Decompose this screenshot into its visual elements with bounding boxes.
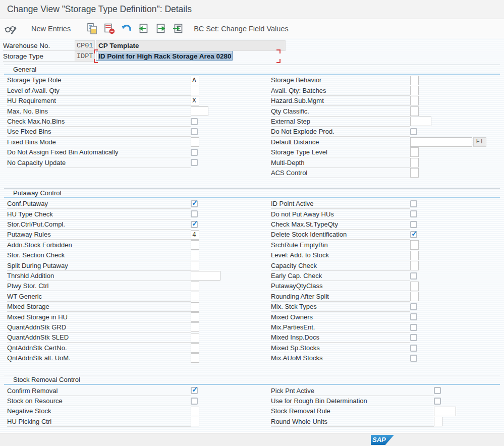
form-row: Avail. Qty: Batches — [252, 85, 500, 95]
value-field[interactable] — [191, 86, 199, 95]
form-row: Multi-Depth — [252, 157, 500, 168]
checkbox-unchecked[interactable] — [191, 159, 198, 166]
value-field[interactable] — [191, 292, 199, 301]
field-label: No Capacity Update — [7, 159, 66, 166]
checkbox-unchecked[interactable] — [434, 398, 441, 405]
checkbox-unchecked[interactable] — [410, 313, 417, 320]
field-label: Level: Add. to Stock — [271, 251, 329, 259]
form-row: Mixed Storage in HU — [4, 312, 252, 322]
value-field[interactable] — [191, 353, 199, 363]
section-title: General — [4, 65, 500, 74]
field-label: Hazard.Sub.Mgmt — [271, 97, 324, 104]
value-field[interactable] — [191, 251, 199, 260]
field-label: Mixed Sp.Stocks — [271, 344, 320, 352]
checkbox-unchecked[interactable] — [410, 345, 417, 352]
value-field[interactable]: 4 — [191, 230, 199, 240]
value-field[interactable] — [191, 302, 199, 312]
previous-entry-icon[interactable] — [137, 22, 150, 35]
value-field[interactable]: A — [191, 76, 199, 85]
form-row: Mixed Insp.Docs — [252, 332, 500, 343]
checkbox-unchecked[interactable] — [191, 149, 198, 156]
focus-corner — [276, 59, 281, 63]
field-label: Max. No. Bins — [7, 107, 48, 115]
form-row: Split During Putaway — [4, 260, 252, 270]
field-label: QntAddnStk alt. UoM. — [7, 354, 71, 362]
checkbox-checked[interactable] — [410, 231, 417, 238]
value-field[interactable] — [410, 261, 419, 270]
focus-corner — [94, 49, 98, 53]
group-box-general: GeneralStorage Type RoleALevel of Avail.… — [4, 65, 500, 178]
checkbox-unchecked[interactable] — [191, 128, 198, 135]
form-row: PutawayQtyClass — [252, 281, 500, 291]
field-label: HU Type Check — [7, 210, 53, 218]
warehouse-description-field: CP Template — [96, 40, 286, 51]
value-field[interactable] — [410, 147, 419, 157]
checkbox-unchecked[interactable] — [410, 303, 417, 310]
new-entries-button[interactable]: New Entries — [31, 25, 71, 33]
value-field[interactable] — [191, 106, 208, 116]
value-field[interactable] — [410, 251, 419, 260]
field-label: Check Max.No.Bins — [7, 118, 65, 125]
copy-icon[interactable] — [86, 22, 99, 35]
value-field[interactable] — [410, 76, 419, 85]
value-field[interactable] — [410, 106, 419, 116]
display-change-icon[interactable] — [4, 22, 17, 35]
selected-text: ID Point for High Rack Storage Area 0280 — [98, 52, 232, 60]
value-field[interactable] — [410, 282, 419, 291]
checkbox-unchecked[interactable] — [410, 128, 417, 135]
form-row: Stock Removal Rule — [252, 406, 500, 416]
checkbox-checked[interactable] — [191, 387, 198, 394]
value-field[interactable] — [410, 168, 419, 178]
checkbox-unchecked[interactable] — [191, 118, 198, 125]
value-field[interactable] — [191, 261, 199, 270]
checkbox-unchecked[interactable] — [410, 221, 417, 228]
checkbox-unchecked[interactable] — [410, 324, 417, 331]
value-field[interactable] — [410, 240, 419, 250]
checkbox-unchecked[interactable] — [191, 210, 198, 217]
form-row: Mix.AUoM Stocks — [252, 353, 500, 363]
value-field[interactable]: X — [191, 96, 199, 105]
value-field[interactable] — [410, 86, 419, 95]
checkbox-unchecked[interactable] — [410, 210, 417, 217]
checkbox-unchecked[interactable] — [410, 200, 417, 207]
storage-type-description-input[interactable]: ID Point for High Rack Storage Area 0280 — [96, 51, 233, 61]
checkbox-checked[interactable] — [191, 221, 198, 228]
value-field[interactable] — [410, 292, 419, 301]
checkbox-unchecked[interactable] — [410, 334, 417, 341]
value-field[interactable] — [191, 322, 199, 332]
form-row: Default DistanceFT — [252, 137, 500, 147]
value-field[interactable] — [191, 343, 199, 353]
warehouse-label: Warehouse No. — [3, 42, 50, 49]
value-field[interactable] — [410, 158, 419, 168]
storage-type-label: Storage Type — [3, 52, 43, 60]
field-label: Stor.Ctrl/Put.Compl. — [7, 220, 65, 228]
select-entries-icon[interactable] — [172, 22, 185, 35]
value-field[interactable] — [434, 417, 442, 426]
value-field[interactable] — [191, 137, 199, 147]
value-field[interactable] — [191, 333, 199, 343]
value-field[interactable] — [191, 312, 199, 322]
value-field[interactable] — [191, 417, 199, 426]
value-field[interactable] — [410, 117, 431, 126]
form-row: HU Type Check — [4, 209, 252, 219]
value-field[interactable] — [191, 271, 220, 281]
checkbox-unchecked[interactable] — [410, 272, 417, 280]
value-field[interactable] — [434, 407, 456, 416]
value-field[interactable] — [410, 96, 419, 105]
next-entry-icon[interactable] — [154, 22, 167, 35]
value-field[interactable] — [410, 137, 472, 147]
undo-icon[interactable] — [120, 22, 133, 35]
section-title: Stock Removal Control — [4, 375, 500, 384]
form-row: Use for Rough Bin Determination — [252, 396, 500, 406]
value-field[interactable] — [191, 240, 199, 250]
value-field[interactable] — [191, 282, 199, 291]
checkbox-unchecked[interactable] — [410, 355, 417, 362]
checkbox-checked[interactable] — [191, 200, 198, 207]
field-label: Conf.Putaway — [7, 200, 48, 207]
delete-icon[interactable] — [103, 22, 116, 35]
value-field[interactable] — [191, 407, 199, 416]
checkbox-unchecked[interactable] — [434, 387, 441, 394]
form-row: ID Point Active — [252, 199, 500, 209]
checkbox-unchecked[interactable] — [191, 398, 198, 405]
field-label: Multi-Depth — [271, 159, 304, 166]
